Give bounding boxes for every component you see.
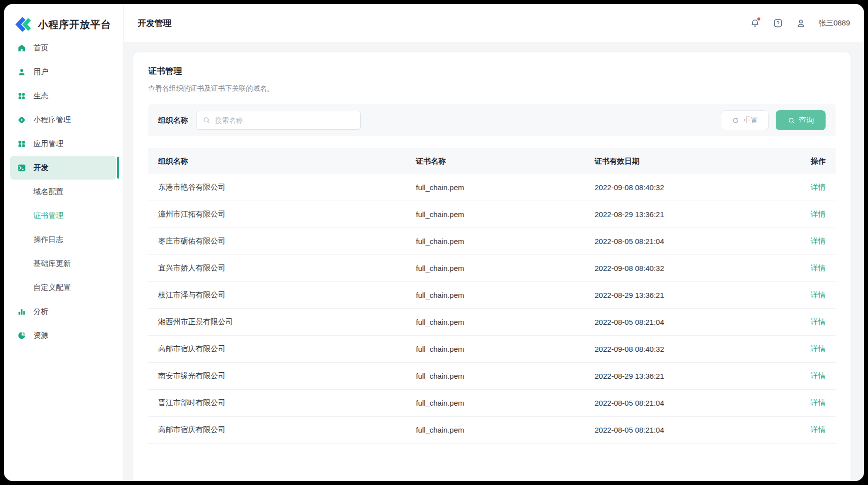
pie-chart-icon [17, 331, 26, 340]
cert-date-cell: 2022-08-05 08:21:04 [585, 318, 763, 326]
sidebar-item-label: 开发 [33, 163, 48, 173]
notification-dot [757, 17, 761, 21]
detail-link[interactable]: 详情 [811, 425, 826, 434]
query-button[interactable]: 查询 [776, 110, 826, 130]
detail-link[interactable]: 详情 [811, 183, 826, 191]
sidebar-item-label: 操作日志 [33, 235, 63, 244]
org-name-cell: 枣庄市砺佑有限公司 [148, 237, 406, 246]
sidebar-item-label: 应用管理 [33, 139, 63, 149]
detail-link[interactable]: 详情 [811, 398, 826, 407]
logo: 小程序开放平台 [4, 4, 123, 36]
sidebar-item-analytics[interactable]: 分析 [10, 299, 116, 323]
table-row: 东港市艳谷有限公司 full_chain.pem 2022-09-08 08:4… [148, 174, 836, 201]
table-row: 高邮市宿庆有限公司 full_chain.pem 2022-08-05 08:2… [148, 417, 836, 444]
bar-chart-icon [17, 307, 26, 316]
org-name-cell: 湘西州市正景有限公司 [148, 317, 406, 327]
sidebar-item-custom-config[interactable]: 自定义配置 [10, 275, 116, 299]
avatar-icon[interactable] [796, 18, 806, 28]
org-name-cell: 宜兴市娇人有限公司 [148, 263, 406, 273]
cert-date-cell: 2022-08-05 08:21:04 [585, 399, 763, 407]
sidebar-item-label: 生态 [33, 91, 48, 101]
ecosystem-icon [17, 91, 26, 101]
table-row: 枣庄市砺佑有限公司 full_chain.pem 2022-08-05 08:2… [148, 228, 836, 255]
column-header-date: 证书有效日期 [585, 157, 763, 166]
sidebar-item-label: 证书管理 [33, 211, 63, 221]
column-header-actions: 操作 [763, 157, 836, 166]
help-icon[interactable] [773, 18, 783, 28]
sidebar: 小程序开放平台 首页 用户 生态 [4, 4, 124, 481]
cert-name-cell: full_chain.pem [406, 345, 585, 353]
cert-name-cell: full_chain.pem [406, 183, 585, 192]
filter-bar: 组织名称 重置 [148, 104, 836, 136]
column-header-cert: 证书名称 [406, 157, 585, 166]
search-icon [203, 116, 211, 124]
filter-actions: 重置 查询 [721, 110, 826, 130]
username[interactable]: 张三0889 [819, 18, 850, 28]
sidebar-item-ecosystem[interactable]: 生态 [10, 84, 116, 108]
sidebar-item-miniprogram-management[interactable]: 小程序管理 [10, 108, 116, 132]
sidebar-item-label: 资源 [33, 331, 48, 340]
refresh-icon [732, 117, 739, 124]
apps-grid-icon [17, 139, 26, 149]
org-name-search-input[interactable] [215, 116, 354, 124]
header: 开发管理 [124, 4, 864, 42]
sidebar-item-home[interactable]: 首页 [10, 36, 116, 60]
cert-date-cell: 2022-08-05 08:21:04 [585, 237, 763, 245]
sidebar-item-label: 基础库更新 [33, 259, 71, 268]
org-name-cell: 高邮市宿庆有限公司 [148, 344, 406, 354]
content: 证书管理 查看各组织的证书及证书下关联的域名。 组织名称 [124, 42, 864, 481]
org-name-cell: 漳州市江拓有限公司 [148, 210, 406, 219]
org-name-search-box [196, 111, 361, 130]
sidebar-item-app-management[interactable]: 应用管理 [10, 132, 116, 156]
detail-link[interactable]: 详情 [811, 263, 826, 272]
org-name-cell: 南安市缘光有限公司 [148, 371, 406, 381]
sidebar-item-domain-config[interactable]: 域名配置 [10, 180, 116, 204]
sidebar-item-label: 小程序管理 [33, 115, 71, 125]
card-subtitle: 查看各组织的证书及证书下关联的域名。 [148, 84, 836, 93]
sidebar-item-certificate-management[interactable]: 证书管理 [10, 204, 116, 228]
sidebar-item-base-library-update[interactable]: 基础库更新 [10, 251, 116, 275]
search-icon [788, 117, 795, 124]
column-header-org: 组织名称 [148, 157, 406, 166]
sidebar-nav: 首页 用户 生态 小程序管理 [4, 36, 123, 347]
cert-name-cell: full_chain.pem [406, 399, 585, 407]
table-row: 高邮市宿庆有限公司 full_chain.pem 2022-09-08 08:4… [148, 336, 836, 363]
sidebar-item-label: 分析 [33, 307, 48, 316]
detail-link[interactable]: 详情 [811, 237, 826, 245]
detail-link[interactable]: 详情 [811, 290, 826, 299]
reset-button-label: 重置 [743, 116, 758, 125]
sidebar-item-development[interactable]: 开发 [10, 156, 116, 180]
sidebar-item-operation-logs[interactable]: 操作日志 [10, 228, 116, 251]
sidebar-item-label: 用户 [33, 67, 48, 77]
cert-name-cell: full_chain.pem [406, 318, 585, 326]
cert-name-cell: full_chain.pem [406, 210, 585, 219]
sidebar-item-label: 自定义配置 [33, 283, 71, 292]
sidebar-item-label: 首页 [33, 43, 48, 53]
home-icon [17, 43, 26, 53]
query-button-label: 查询 [799, 116, 814, 125]
detail-link[interactable]: 详情 [811, 210, 826, 218]
cert-name-cell: full_chain.pem [406, 237, 585, 245]
detail-link[interactable]: 详情 [811, 317, 826, 326]
table-body: 东港市艳谷有限公司 full_chain.pem 2022-09-08 08:4… [148, 174, 836, 444]
org-name-filter-label: 组织名称 [158, 116, 188, 125]
detail-link[interactable]: 详情 [811, 371, 826, 380]
notification-bell-icon[interactable] [750, 18, 760, 28]
detail-link[interactable]: 详情 [811, 344, 826, 353]
table-row: 宜兴市娇人有限公司 full_chain.pem 2022-09-08 08:4… [148, 255, 836, 282]
table-row: 漳州市江拓有限公司 full_chain.pem 2022-08-29 13:3… [148, 201, 836, 228]
cert-name-cell: full_chain.pem [406, 264, 585, 272]
page-title: 开发管理 [138, 17, 172, 29]
org-name-cell: 东港市艳谷有限公司 [148, 183, 406, 192]
cert-date-cell: 2022-08-29 13:36:21 [585, 210, 763, 219]
card-title: 证书管理 [148, 65, 836, 77]
table-row: 南安市缘光有限公司 full_chain.pem 2022-08-29 13:3… [148, 363, 836, 390]
certificates-table: 组织名称 证书名称 证书有效日期 操作 东港市艳谷有限公司 full_chain… [148, 148, 836, 444]
user-icon [17, 67, 26, 77]
org-name-cell: 晋江市部时有限公司 [148, 398, 406, 408]
cert-date-cell: 2022-08-05 08:21:04 [585, 426, 763, 434]
sidebar-item-users[interactable]: 用户 [10, 60, 116, 84]
reset-button[interactable]: 重置 [721, 110, 769, 130]
sidebar-item-resources[interactable]: 资源 [10, 323, 116, 347]
cert-date-cell: 2022-09-08 08:40:32 [585, 345, 763, 353]
